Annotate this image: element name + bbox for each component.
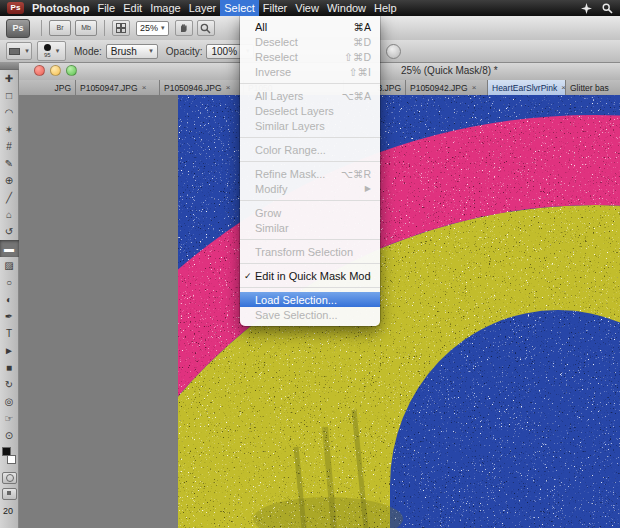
zoom-window-button[interactable]	[66, 65, 77, 76]
move-icon: ✚	[5, 73, 13, 84]
history-brush-icon: ↺	[5, 226, 13, 237]
menu-item-similar-layers[interactable]: Similar Layers	[240, 118, 380, 133]
pen-tool[interactable]: ✒	[0, 308, 19, 325]
menu-edit[interactable]: Edit	[119, 0, 146, 16]
menu-item-all[interactable]: All ⌘A	[240, 19, 380, 34]
zoom-view-button[interactable]	[197, 20, 215, 36]
search-icon[interactable]	[602, 3, 613, 14]
zoom-level-field[interactable]: 25% ▾	[136, 21, 169, 36]
quick-select-tool[interactable]: ✶	[0, 121, 19, 138]
menu-select-active[interactable]: Select	[220, 0, 259, 16]
menu-image[interactable]: Image	[146, 0, 185, 16]
window-controls	[34, 65, 77, 76]
menu-help[interactable]: Help	[370, 0, 401, 16]
eraser-tool-selected[interactable]: ▬	[0, 240, 19, 257]
document-tab[interactable]: JPG	[18, 80, 76, 95]
menu-item-deselect-layers[interactable]: Deselect Layers	[240, 103, 380, 118]
document-tab[interactable]: P1050947.JPG ×	[76, 80, 160, 95]
menu-bar: Ps Photoshop File Edit Image Layer Selec…	[0, 0, 620, 16]
view-extras-button[interactable]	[112, 20, 130, 36]
screen-mode-button[interactable]	[2, 488, 17, 500]
menu-item-modify[interactable]: Modify ▶	[240, 181, 380, 196]
menu-item-deselect[interactable]: Deselect ⌘D	[240, 34, 380, 49]
menu-item-edit-in-quick-mask-mode[interactable]: ✓ Edit in Quick Mask Mode	[240, 268, 380, 283]
orbit-3d-tool[interactable]: ◎	[0, 393, 19, 410]
crop-tool[interactable]: #	[0, 138, 19, 155]
menu-item-grow[interactable]: Grow	[240, 205, 380, 220]
foreground-color-swatch[interactable]	[2, 447, 11, 456]
tab-close-icon[interactable]: ×	[142, 83, 147, 92]
menu-separator	[240, 161, 380, 162]
healing-brush-tool[interactable]: ⊕	[0, 172, 19, 189]
rotate-3d-tool[interactable]: ↻	[0, 376, 19, 393]
menu-item-save-selection[interactable]: Save Selection...	[240, 307, 380, 322]
brush-preset-picker[interactable]: 95 ▾	[37, 41, 66, 61]
bridge-button[interactable]: Br	[49, 20, 71, 36]
close-window-button[interactable]	[34, 65, 45, 76]
spotlight-star-icon[interactable]	[581, 3, 592, 14]
eyedropper-tool[interactable]: ✎	[0, 155, 19, 172]
quick-mask-button[interactable]	[2, 472, 17, 484]
quick-select-icon: ✶	[5, 124, 13, 135]
tab-close-icon[interactable]: ×	[472, 83, 477, 92]
dodge-tool[interactable]: ◐	[0, 291, 19, 308]
menu-view[interactable]: View	[291, 0, 323, 16]
orbit-3d-icon: ◎	[5, 396, 14, 407]
mode-dropdown[interactable]: Brush ▾	[106, 44, 158, 59]
menu-window[interactable]: Window	[323, 0, 370, 16]
menu-item-all-layers[interactable]: All Layers ⌥⌘A	[240, 88, 380, 103]
menu-separator	[240, 83, 380, 84]
gradient-icon: ▨	[4, 260, 13, 271]
separator	[104, 20, 105, 36]
mini-bridge-button[interactable]: Mb	[75, 20, 97, 36]
document-tab-active[interactable]: HeartEarSlvrPink ×	[488, 80, 566, 95]
menu-item-reselect[interactable]: Reselect ⇧⌘D	[240, 49, 380, 64]
menu-item-load-selection[interactable]: Load Selection...	[240, 292, 380, 307]
eraser-icon	[9, 48, 20, 55]
gradient-tool[interactable]: ▨	[0, 257, 19, 274]
menu-item-inverse[interactable]: Inverse ⇧⌘I	[240, 64, 380, 79]
toolbox-grip[interactable]	[0, 62, 19, 70]
document-tab[interactable]: P1050942.JPG ×	[406, 80, 488, 95]
history-brush-tool[interactable]: ↺	[0, 223, 19, 240]
dropdown-arrow-icon: ▾	[25, 47, 29, 55]
menu-item-similar[interactable]: Similar	[240, 220, 380, 235]
type-tool[interactable]: T	[0, 325, 19, 342]
hand-tool[interactable]: ☞	[0, 410, 19, 427]
menu-filter[interactable]: Filter	[259, 0, 291, 16]
airbrush-button[interactable]	[386, 44, 401, 59]
brush-icon: ╱	[6, 192, 12, 203]
menu-separator	[240, 263, 380, 264]
brush-tool[interactable]: ╱	[0, 189, 19, 206]
pen-icon: ✒	[5, 311, 13, 322]
document-tab[interactable]: Glitter bas	[566, 80, 620, 95]
tool-preset-picker[interactable]: ▾	[6, 42, 32, 60]
clone-stamp-tool[interactable]: ⌂	[0, 206, 19, 223]
blur-tool[interactable]: ○	[0, 274, 19, 291]
menu-file[interactable]: File	[93, 0, 119, 16]
minimize-window-button[interactable]	[50, 65, 61, 76]
lasso-tool[interactable]: ◠	[0, 104, 19, 121]
opacity-label: Opacity:	[166, 46, 203, 57]
menu-photoshop[interactable]: Photoshop	[28, 0, 93, 16]
photoshop-logo-menu[interactable]: Ps	[7, 2, 24, 14]
menu-item-refine-mask[interactable]: Refine Mask... ⌥⌘R	[240, 166, 380, 181]
move-tool[interactable]: ✚	[0, 70, 19, 87]
toolbox-zoom-readout[interactable]: 20	[0, 506, 13, 516]
document-tab[interactable]: P1050946.JPG ×	[160, 80, 244, 95]
path-select-tool[interactable]: ►	[0, 342, 19, 359]
shape-icon: ■	[6, 362, 12, 373]
tab-close-icon[interactable]: ×	[226, 83, 231, 92]
menu-separator	[240, 239, 380, 240]
menu-item-color-range[interactable]: Color Range...	[240, 142, 380, 157]
marquee-tool[interactable]: □	[0, 87, 19, 104]
check-icon: ✓	[244, 271, 255, 281]
hand-view-button[interactable]	[175, 20, 193, 36]
dropdown-arrow-icon: ▾	[56, 47, 60, 55]
menu-layer[interactable]: Layer	[185, 0, 221, 16]
shape-tool[interactable]: ■	[0, 359, 19, 376]
magnifier-icon	[200, 23, 211, 34]
background-color-swatch[interactable]	[7, 455, 16, 464]
menu-item-transform-selection[interactable]: Transform Selection	[240, 244, 380, 259]
zoom-tool[interactable]: ⊙	[0, 427, 19, 444]
